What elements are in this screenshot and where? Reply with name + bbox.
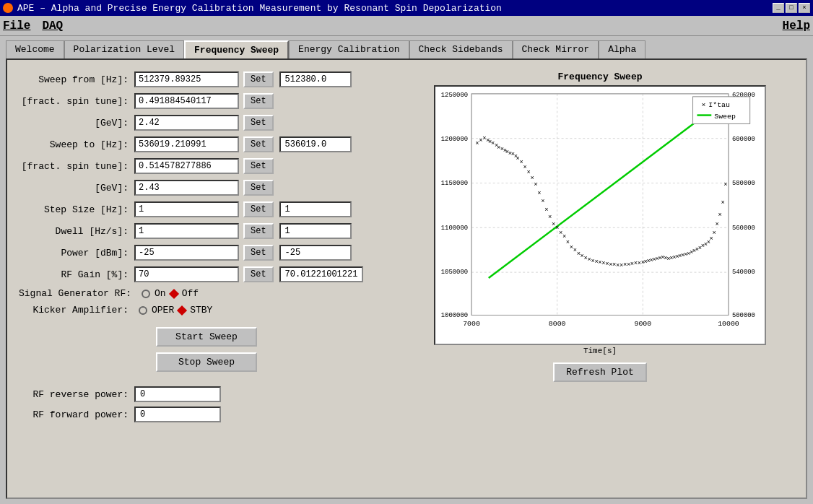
window-title: APE – Alpha and Precise Energy Calibrati… — [17, 3, 502, 14]
fract-spin2-row: [fract. spin tune]: Set — [19, 158, 394, 174]
plot-area: 7000 8000 9000 10000 1250000 1200000 115… — [434, 85, 766, 345]
power-set-btn[interactable]: Set — [243, 245, 274, 261]
step-size-label: Step Size [Hz]: — [19, 204, 134, 215]
rf-reverse-row: RF reverse power: 0 — [19, 386, 394, 402]
svg-text:×: × — [530, 175, 534, 182]
sweep-from-display: 512380.0 — [279, 71, 352, 87]
fract-spin2-set-btn[interactable]: Set — [243, 158, 274, 174]
sweep-from-input[interactable] — [134, 71, 239, 87]
svg-text:8000: 8000 — [549, 320, 566, 328]
sweep-to-set-btn[interactable]: Set — [243, 136, 274, 152]
rf-gain-input[interactable] — [134, 266, 239, 282]
power-label: Power [dBm]: — [19, 248, 134, 258]
step-size-display: 1 — [279, 201, 352, 217]
menu-bar: File DAQ Help — [0, 16, 813, 36]
dwell-display: 1 — [279, 223, 352, 239]
signal-gen-off-label: Off — [182, 288, 199, 299]
signal-gen-row: Signal Generator RF: On Off — [19, 288, 394, 299]
dwell-row: Dwell [Hz/s]: Set 1 — [19, 223, 394, 239]
svg-text:I*tau: I*tau — [708, 101, 730, 109]
dwell-input[interactable] — [134, 223, 239, 239]
tab-alpha[interactable]: Alpha — [599, 40, 645, 58]
svg-text:1150000: 1150000 — [441, 180, 468, 187]
sweep-from-label: Sweep from [Hz]: — [19, 74, 134, 85]
sweep-to-row: Sweep to [Hz]: Set 536019.0 — [19, 136, 394, 152]
svg-text:560000: 560000 — [732, 225, 755, 232]
gev1-row: [GeV]: Set — [19, 115, 394, 131]
tab-energy-calibration[interactable]: Energy Calibration — [289, 40, 409, 58]
daq-menu[interactable]: DAQ — [42, 19, 63, 32]
svg-text:500000: 500000 — [732, 312, 755, 319]
sweep-to-input[interactable] — [134, 136, 239, 152]
close-button[interactable]: × — [799, 3, 810, 13]
svg-text:×: × — [723, 181, 727, 188]
signal-gen-radio-group: On Off — [142, 288, 199, 299]
gev2-label: [GeV]: — [19, 183, 134, 194]
signal-gen-off-icon — [169, 288, 179, 298]
svg-text:7000: 7000 — [463, 320, 480, 328]
rf-reverse-value: 0 — [134, 386, 221, 402]
svg-text:×: × — [544, 207, 548, 214]
signal-gen-on-label: On — [155, 288, 166, 299]
fract-spin2-label: [fract. spin tune]: — [19, 161, 134, 172]
svg-text:×: × — [713, 230, 716, 237]
signal-gen-label: Signal Generator RF: — [19, 288, 137, 299]
rf-gain-display: 70.01221001221 — [279, 266, 364, 282]
bottom-readings: RF reverse power: 0 RF forward power: 0 — [19, 386, 394, 422]
tab-welcome[interactable]: Welcome — [6, 40, 64, 58]
svg-text:1250000: 1250000 — [441, 92, 468, 99]
file-menu[interactable]: File — [3, 19, 30, 32]
help-menu[interactable]: Help — [783, 19, 810, 32]
sweep-from-set-btn[interactable]: Set — [243, 71, 274, 87]
gev2-set-btn[interactable]: Set — [243, 180, 274, 196]
tab-check-sidebands[interactable]: Check Sidebands — [409, 40, 513, 58]
title-bar: APE – Alpha and Precise Energy Calibrati… — [0, 0, 813, 16]
step-size-set-btn[interactable]: Set — [243, 201, 274, 217]
minimize-button[interactable]: _ — [773, 3, 784, 13]
rf-forward-value: 0 — [134, 407, 221, 422]
main-content: Sweep from [Hz]: Set 512380.0 [fract. sp… — [6, 58, 807, 499]
signal-gen-on-radio[interactable] — [142, 290, 150, 298]
rf-gain-set-btn[interactable]: Set — [243, 266, 274, 282]
svg-text:×: × — [718, 212, 721, 219]
kicker-oper-label: OPER — [152, 305, 174, 316]
svg-text:1000000: 1000000 — [441, 312, 468, 319]
fract-spin1-label: [fract. spin tune]: — [19, 96, 134, 107]
refresh-plot-button[interactable]: Refresh Plot — [553, 362, 647, 382]
fract-spin1-input[interactable] — [134, 93, 239, 109]
sweep-to-label: Sweep to [Hz]: — [19, 139, 134, 150]
start-sweep-button[interactable]: Start Sweep — [156, 327, 257, 347]
step-size-input[interactable] — [134, 201, 239, 217]
svg-text:1200000: 1200000 — [441, 136, 468, 143]
svg-text:540000: 540000 — [732, 269, 755, 276]
gev2-row: [GeV]: Set — [19, 180, 394, 196]
svg-text:×: × — [534, 181, 537, 188]
gev2-input[interactable] — [134, 180, 239, 196]
gev1-input[interactable] — [134, 115, 239, 131]
fract-spin1-set-btn[interactable]: Set — [243, 93, 274, 109]
svg-text:×: × — [716, 221, 719, 228]
gev1-set-btn[interactable]: Set — [243, 115, 274, 131]
fract-spin2-input[interactable] — [134, 158, 239, 174]
dwell-set-btn[interactable]: Set — [243, 223, 274, 239]
svg-text:×: × — [541, 198, 544, 205]
power-input[interactable] — [134, 245, 239, 261]
power-display: -25 — [279, 245, 352, 261]
tab-check-mirror[interactable]: Check Mirror — [513, 40, 599, 58]
fract-spin1-row: [fract. spin tune]: Set — [19, 93, 394, 109]
tab-polarization[interactable]: Polarization Level — [64, 40, 184, 58]
rf-reverse-label: RF reverse power: — [19, 389, 134, 400]
sweep-to-display: 536019.0 — [279, 136, 352, 152]
tab-frequency-sweep[interactable]: Frequency Sweep — [184, 40, 289, 58]
tabs-bar: Welcome Polarization Level Frequency Swe… — [0, 36, 813, 58]
power-row: Power [dBm]: Set -25 — [19, 245, 394, 261]
kicker-amp-radio-group: OPER STBY — [139, 305, 212, 316]
svg-text:Sweep: Sweep — [714, 113, 736, 121]
svg-text:10000: 10000 — [718, 320, 739, 328]
maximize-button[interactable]: □ — [786, 3, 797, 13]
svg-text:×: × — [701, 101, 705, 109]
step-size-row: Step Size [Hz]: Set 1 — [19, 201, 394, 217]
stop-sweep-button[interactable]: Stop Sweep — [156, 352, 257, 372]
svg-text:×: × — [537, 190, 541, 197]
kicker-oper-radio[interactable] — [139, 306, 147, 315]
